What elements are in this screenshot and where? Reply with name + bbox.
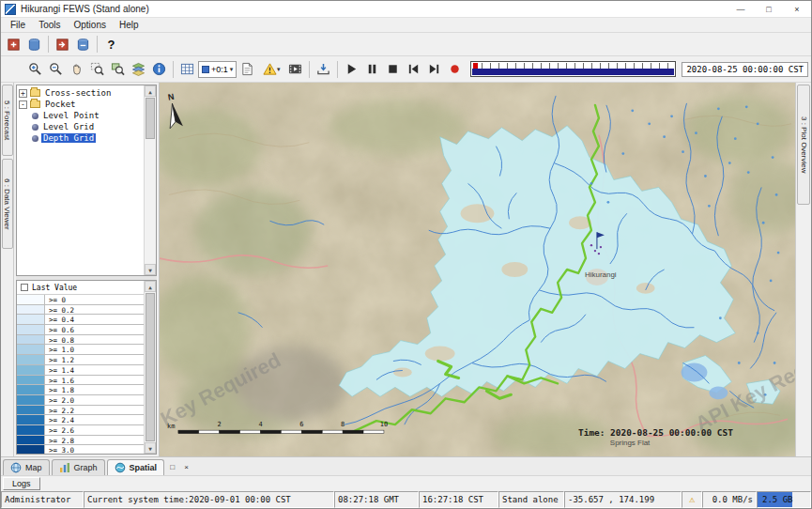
zoom-in-icon[interactable]: [25, 59, 45, 79]
left-panel: + Cross-section - Pocket Level Point: [14, 83, 160, 456]
tree-item-depth-grid[interactable]: Depth Grid: [19, 132, 144, 144]
scrollbar-thumb[interactable]: [146, 98, 155, 139]
menu-options[interactable]: Options: [67, 19, 112, 31]
tab-map[interactable]: Map: [3, 459, 50, 475]
left-dock-strip: 5 : Forecast 6 : Data Viewer: [1, 83, 14, 456]
legend-scrollbar[interactable]: ▲ ▼: [144, 281, 156, 454]
import-red-icon[interactable]: [53, 35, 72, 54]
scrollbar-thumb[interactable]: [146, 293, 155, 441]
tree-expand-toggle[interactable]: +: [19, 89, 27, 98]
zoom-extent-icon[interactable]: [108, 59, 128, 79]
step-forward-icon[interactable]: [424, 59, 444, 79]
tab-graph[interactable]: Graph: [52, 459, 105, 475]
folder-icon: [30, 89, 40, 97]
legend-swatch: [17, 395, 45, 405]
tree-item-pocket[interactable]: - Pocket: [19, 99, 144, 110]
zoom-rectangle-icon[interactable]: [87, 59, 107, 79]
legend-row: >= 2.2: [17, 406, 144, 416]
warnings-dropdown[interactable]: ▾: [258, 59, 284, 79]
legend-row: >= 2.8: [17, 436, 144, 446]
legend-swatch: [17, 305, 45, 315]
scroll-up-icon[interactable]: ▲: [145, 85, 156, 97]
map-canvas[interactable]: Hikurangi Springs Flat API Key Required …: [160, 83, 795, 456]
layer-node-icon: [32, 124, 38, 131]
tab-restore-button[interactable]: □: [166, 461, 178, 473]
stop-icon[interactable]: [383, 59, 403, 79]
menu-file[interactable]: File: [4, 19, 32, 31]
export-blue-icon[interactable]: [73, 35, 93, 54]
status-warning-cell: ⚠: [682, 491, 702, 508]
legend-title: Last Value: [32, 284, 77, 292]
logs-button[interactable]: Logs: [3, 477, 40, 490]
chevron-down-icon: ▾: [277, 66, 281, 73]
close-button[interactable]: ×: [783, 1, 811, 18]
layers-tree-panel: + Cross-section - Pocket Level Point: [16, 85, 157, 276]
tree-item-level-point[interactable]: Level Point: [19, 110, 144, 121]
main-region: 5 : Forecast 6 : Data Viewer + Cross-sec…: [1, 83, 811, 456]
scroll-up-icon[interactable]: ▲: [145, 281, 156, 292]
tree-scrollbar[interactable]: ▲ ▼: [144, 85, 156, 275]
map-panel: Hikurangi Springs Flat API Key Required …: [160, 83, 795, 456]
zoom-out-icon[interactable]: [46, 59, 66, 79]
save-download-icon[interactable]: [314, 59, 333, 79]
legend-row: >= 0.2: [17, 305, 144, 316]
dock-tab-forecast[interactable]: 5 : Forecast: [2, 85, 13, 156]
pause-icon[interactable]: [362, 59, 382, 79]
minimize-button[interactable]: —: [727, 1, 755, 18]
titlebar: Hikurangi FEWS (Stand alone) — □ ×: [1, 1, 811, 18]
menubar: File Tools Options Help: [1, 18, 811, 33]
legend-swatch: [17, 295, 45, 304]
help-button[interactable]: ?: [101, 35, 121, 54]
step-back-icon[interactable]: [404, 59, 423, 79]
tab-close-button[interactable]: ×: [180, 461, 192, 473]
timeline-range-bar: [472, 69, 674, 75]
status-transfer-rate: 0.0 MB/s: [702, 491, 757, 508]
legend-row: >= 0.6: [17, 325, 144, 335]
tree-collapse-toggle[interactable]: -: [19, 100, 27, 109]
statusbar: Administrator Current system time:2020-0…: [1, 491, 811, 508]
timeline-slider[interactable]: [470, 61, 676, 77]
layer-node-icon: [32, 113, 38, 119]
pan-hand-icon[interactable]: [67, 59, 86, 79]
tree-item-level-grid[interactable]: Level Grid: [19, 121, 144, 132]
legend-swatch: [17, 315, 45, 324]
scroll-down-icon[interactable]: ▼: [145, 264, 156, 275]
database-blue-icon[interactable]: [24, 35, 44, 54]
dock-tab-plot-overview[interactable]: 3 : Plot Overview: [797, 85, 810, 205]
application-window: Hikurangi FEWS (Stand alone) — □ × File …: [0, 0, 812, 509]
timeline-marker[interactable]: [473, 63, 478, 69]
play-icon[interactable]: [342, 59, 361, 79]
legend-swatch: [17, 415, 45, 424]
movie-export-icon[interactable]: [285, 59, 305, 79]
scroll-down-icon[interactable]: ▼: [145, 442, 156, 454]
info-icon[interactable]: [149, 59, 169, 79]
legend-swatch: [17, 355, 45, 364]
bottom-tab-bar: Map Graph Spatial □ ×: [1, 456, 811, 475]
toolbar-separator: [97, 36, 98, 53]
layers-icon[interactable]: [129, 59, 148, 79]
menu-tools[interactable]: Tools: [32, 19, 67, 31]
maximize-button[interactable]: □: [755, 1, 783, 18]
profile-document-icon[interactable]: [237, 59, 257, 79]
legend-row: >= 1.2: [17, 355, 144, 365]
right-dock-strip: 3 : Plot Overview: [795, 83, 811, 456]
tree-item-cross-section[interactable]: + Cross-section: [19, 87, 144, 99]
chevron-down-icon: ▾: [230, 66, 234, 73]
legend-swatch: [17, 376, 45, 385]
menu-help[interactable]: Help: [113, 19, 146, 31]
status-coordinates: -35.657 , 174.199: [564, 491, 682, 508]
database-red-icon[interactable]: [4, 35, 23, 54]
last-value-checkbox[interactable]: [21, 284, 28, 291]
dock-tab-data-viewer[interactable]: 6 : Data Viewer: [2, 159, 13, 249]
folder-icon: [30, 100, 40, 108]
legend-swatch: [17, 385, 45, 394]
svg-text:8: 8: [341, 421, 345, 428]
legend-row: >= 1.0: [17, 345, 144, 355]
record-icon[interactable]: [445, 59, 465, 79]
map-label-place: Springs Flat: [610, 439, 651, 447]
grid-display-icon[interactable]: [177, 59, 197, 79]
timestep-combo[interactable]: +0:1 ▾: [198, 61, 237, 78]
tab-spatial[interactable]: Spatial: [107, 459, 165, 475]
legend-swatch: [17, 335, 45, 345]
status-local-time: 16:27:18 CST: [419, 491, 498, 508]
